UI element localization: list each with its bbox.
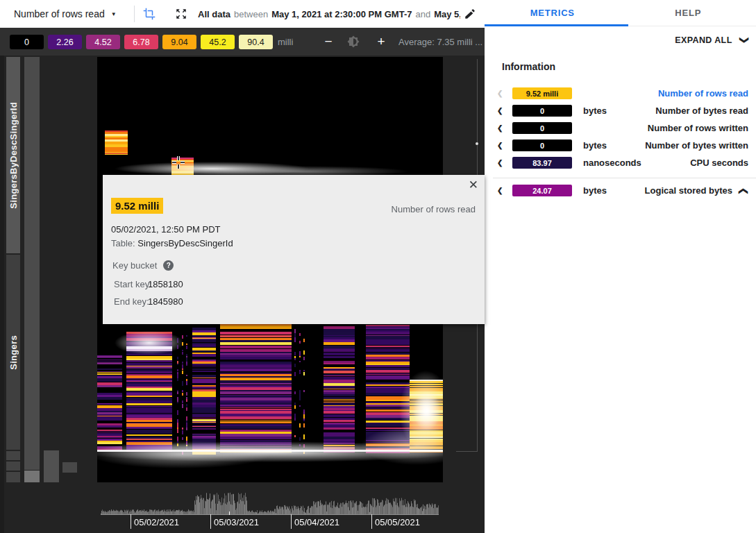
expand-all-label: EXPAND ALL [675, 35, 732, 45]
key-visualizer-app: Number of rows read ▼ All data between M… [0, 0, 756, 533]
expand-all-button[interactable]: EXPAND ALL ❮ [675, 35, 747, 45]
edit-pencil-icon[interactable] [464, 8, 476, 20]
metric-label[interactable]: Logical stored bytes [645, 185, 732, 196]
metrics-side-panel: METRICS HELP EXPAND ALL ❮ Information ❮ … [485, 0, 756, 533]
metric-unit: nanoseconds [583, 158, 641, 168]
table-bar-singers[interactable]: Singers [6, 255, 20, 450]
top-toolbar: Number of rows read ▼ All data between M… [0, 0, 485, 28]
metric-row-bytes-written[interactable]: ❮ 0 bytes Number of bytes written [485, 138, 756, 155]
key-density-bar[interactable] [24, 57, 40, 470]
tooltip-timestamp: 05/02/2021, 12:50 PM PDT [111, 224, 221, 235]
timeline-date-label: 05/03/2021 [214, 517, 259, 527]
start-key-value: 1858180 [148, 279, 183, 289]
range-end: May 5, 2 [434, 9, 460, 19]
range-bracket-marker [476, 142, 478, 145]
tooltip-metric-name: Number of rows read [392, 204, 476, 214]
table-label: Singers [8, 335, 19, 370]
end-key-value: 1845980 [148, 296, 183, 307]
chevron-left-icon[interactable]: ❮ [497, 124, 503, 132]
color-scale-bar: 0 2.26 4.52 6.78 9.04 45.2 90.4 milli − … [0, 28, 485, 56]
key-density-bar-segment[interactable] [24, 471, 40, 482]
metric-dropdown[interactable]: Number of rows read ▼ [14, 0, 117, 28]
time-range-text: All data between May 1, 2021 at 2:30:00 … [198, 0, 460, 28]
metric-value-badge: 0 [512, 139, 572, 151]
metric-row-bytes-read[interactable]: ❮ 0 bytes Number of bytes read [485, 103, 756, 121]
timeline-tick [131, 514, 131, 529]
start-key-label: Start key: [114, 279, 152, 289]
key-bucket-label: Key bucket [112, 260, 157, 271]
key-hierarchy-block[interactable] [44, 450, 59, 482]
table-field-label: Table: [111, 238, 135, 248]
key-range-box[interactable] [6, 472, 20, 482]
chevron-left-icon[interactable]: ❮ [497, 90, 503, 97]
metric-label[interactable]: Number of bytes read [655, 105, 748, 116]
range-and: and [412, 9, 434, 19]
key-bucket-row: Key bucket ? [112, 260, 174, 271]
metric-row-logical-stored-bytes[interactable]: ❮ 24.07 bytes Logical stored bytes ❮ [485, 183, 756, 201]
panel-tabs: METRICS HELP [485, 0, 756, 26]
timeline-tick [371, 514, 372, 529]
brightness-increase-button[interactable]: + [373, 34, 389, 49]
scale-chip: 6.78 [124, 35, 158, 49]
timeline-date-label: 05/02/2021 [134, 517, 179, 527]
end-key-label: End key: [114, 296, 149, 307]
key-hierarchy-block[interactable] [62, 462, 77, 473]
tooltip-table-row: Table: SingersByDescSingerId [111, 238, 233, 248]
metric-label[interactable]: Number of rows written [648, 123, 748, 133]
timeline-date-label: 05/05/2021 [375, 517, 420, 527]
scale-chip: 45.2 [201, 35, 235, 49]
tab-help[interactable]: HELP [621, 0, 756, 26]
timeline-date-label: 05/04/2021 [294, 517, 339, 527]
toolbar-divider [134, 6, 135, 22]
metric-label[interactable]: Number of rows read [658, 88, 748, 99]
range-prefix: All data [198, 9, 230, 19]
scale-unit-label: milli [278, 37, 293, 47]
metric-dropdown-label: Number of rows read [14, 8, 105, 19]
section-divider [493, 178, 756, 178]
brightness-decrease-button[interactable]: − [321, 34, 336, 49]
help-icon[interactable]: ? [163, 260, 174, 271]
average-value-label: Average: 7.35 milli ... [398, 37, 483, 47]
start-key-row: Start key: 1858180 [114, 279, 152, 289]
metric-unit: bytes [583, 185, 607, 196]
table-bar-singersbydescsingerid[interactable]: SingersByDescSingerId [6, 57, 20, 253]
metric-value-badge: 83.97 [512, 157, 572, 169]
chevron-left-icon[interactable]: ❮ [497, 107, 503, 115]
end-key-row: End key: 1845980 [114, 296, 149, 307]
scale-chip: 4.52 [86, 35, 120, 49]
key-range-box[interactable] [6, 462, 20, 471]
chevron-down-icon: ❮ [738, 36, 748, 44]
scale-chip: 2.26 [48, 35, 82, 49]
active-tab-underline [485, 24, 628, 26]
close-icon[interactable]: ✕ [469, 178, 478, 192]
scale-chip: 9.04 [162, 35, 196, 49]
range-start: May 1, 2021 at 2:30:00 PM GMT-7 [271, 9, 412, 19]
chevron-left-icon[interactable]: ❮ [497, 159, 503, 167]
tab-metrics[interactable]: METRICS [485, 0, 621, 26]
zoom-out-map-icon[interactable] [175, 8, 187, 20]
chevron-up-icon[interactable]: ❮ [739, 187, 749, 195]
crop-icon[interactable] [143, 8, 156, 20]
chevron-left-icon[interactable]: ❮ [497, 142, 503, 149]
left-edge-strip [0, 56, 4, 533]
timeline-tick [210, 514, 211, 529]
range-bracket-foot [456, 451, 478, 452]
key-range-box[interactable] [6, 451, 20, 460]
brightness-icon[interactable] [347, 35, 360, 48]
metric-row-cpu-seconds[interactable]: ❮ 83.97 nanoseconds CPU seconds [485, 155, 756, 173]
scale-chip: 0 [10, 35, 44, 49]
metric-value-badge: 0 [512, 105, 572, 117]
chevron-left-icon[interactable]: ❮ [497, 187, 503, 194]
table-label: SingersByDescSingerId [8, 102, 19, 209]
metric-label[interactable]: CPU seconds [690, 158, 748, 168]
scale-chip: 90.4 [239, 35, 273, 49]
metric-value-badge: 0 [512, 122, 572, 134]
metric-row-rows-read[interactable]: ❮ 9.52 milli Number of rows read [485, 86, 756, 103]
metric-unit: bytes [583, 105, 607, 116]
metric-value-badge: 24.07 [512, 185, 572, 196]
metric-value-badge: 9.52 milli [512, 87, 572, 99]
metric-label[interactable]: Number of bytes written [645, 140, 748, 151]
timeline-tick [291, 514, 292, 529]
range-between: between [230, 9, 271, 19]
metric-row-rows-written[interactable]: ❮ 0 Number of rows written [485, 121, 756, 138]
